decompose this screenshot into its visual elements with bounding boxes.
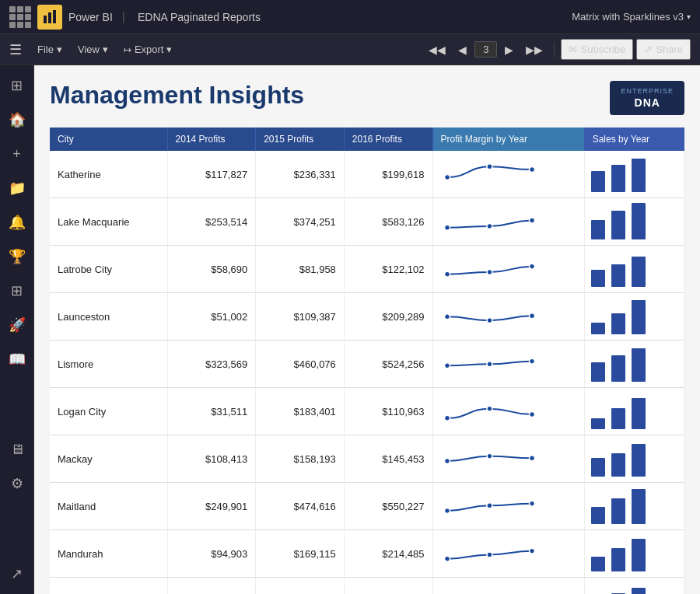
subscribe-button[interactable]: ✉ Subscribe (561, 39, 633, 60)
logo-top-text: ENTERPRISE (621, 87, 674, 95)
svg-rect-55 (611, 548, 625, 571)
share-button[interactable]: ↗ Share (636, 39, 691, 60)
matrix-title: Matrix with Sparklines v3 ▾ (572, 11, 691, 23)
svg-rect-38 (632, 398, 646, 429)
second-bar: ☰ File ▾ View ▾ ↦ Export ▾ ◀◀ ◀ 3 ▶ ▶▶ ✉… (0, 34, 700, 65)
last-page-button[interactable]: ▶▶ (521, 42, 548, 58)
profit-2015-cell: $183,401 (256, 388, 345, 435)
city-cell: Katherine (50, 151, 167, 198)
share-icon: ↗ (644, 44, 653, 55)
file-label: File (37, 44, 54, 55)
profit-2014-cell: $31,511 (167, 388, 256, 435)
bar-chart-svg (585, 435, 659, 480)
table-row: Mandurah$94,903$169,115$214,485 (50, 530, 684, 578)
profit-2016-cell: $145,453 (344, 435, 432, 483)
sidebar-icon-add[interactable]: + (3, 140, 31, 168)
bar-chart-svg (585, 293, 659, 337)
svg-rect-7 (611, 165, 625, 192)
grid-icon[interactable] (9, 6, 31, 28)
city-cell: Maitland (50, 483, 167, 530)
sidebar-icon-home[interactable]: 🏠 (3, 106, 31, 134)
sparkline-svg (433, 483, 546, 527)
sparkline-svg (433, 341, 546, 385)
sidebar-icon-book[interactable]: 📖 (3, 345, 31, 373)
table-header-row: City 2014 Profits 2015 Profits 2016 Prof… (50, 128, 684, 151)
svg-rect-50 (632, 489, 646, 524)
sparkline-svg (433, 246, 546, 290)
sparkline-cell (432, 388, 584, 435)
profit-2015-cell: $194,048 (256, 578, 345, 595)
first-page-button[interactable]: ◀◀ (424, 42, 450, 58)
hamburger-icon[interactable]: ☰ (9, 41, 22, 58)
file-button[interactable]: File ▾ (31, 40, 68, 58)
app-title: EDNA Paginated Reports (138, 11, 261, 23)
table-row: Maitland$249,901$474,616$550,227 (50, 483, 684, 530)
svg-point-51 (444, 556, 450, 561)
sparkline-cell (432, 293, 584, 341)
svg-rect-6 (591, 171, 605, 192)
svg-rect-20 (632, 257, 646, 287)
brand-label: Power BI (68, 11, 113, 23)
profit-2015-cell: $158,193 (256, 435, 345, 483)
svg-rect-12 (591, 220, 605, 239)
sidebar-icon-trophy[interactable]: 🏆 (3, 243, 31, 271)
sidebar-icon-rocket[interactable]: 🚀 (3, 311, 31, 339)
bar-chart-svg (585, 341, 659, 385)
svg-point-29 (529, 358, 534, 364)
sidebar-icon-apps[interactable]: ⊞ (3, 277, 31, 305)
svg-point-35 (529, 412, 534, 418)
sparkline-cell (432, 151, 584, 198)
svg-rect-26 (632, 300, 646, 334)
prev-page-button[interactable]: ◀ (453, 42, 471, 58)
bar-cell (584, 435, 684, 483)
profit-2016-cell: $108,591 (344, 578, 432, 595)
powerbi-logo (37, 5, 62, 30)
bar-chart-svg (585, 483, 659, 527)
svg-point-33 (444, 415, 450, 421)
separator (554, 42, 555, 58)
view-label: View (78, 44, 100, 55)
profit-2015-cell: $169,115 (256, 530, 345, 578)
bar-cell (584, 388, 684, 435)
svg-rect-8 (632, 159, 646, 192)
svg-rect-19 (611, 264, 625, 287)
profit-2014-cell: $75,970 (167, 578, 256, 595)
svg-point-39 (444, 458, 450, 463)
sidebar-icon-bell[interactable]: 🔔 (3, 208, 31, 236)
svg-point-3 (444, 175, 450, 180)
bar-cell (584, 578, 684, 595)
svg-point-5 (529, 167, 534, 173)
svg-point-9 (444, 225, 450, 230)
main-layout: ⊞ 🏠 + 📁 🔔 🏆 ⊞ 🚀 📖 🖥 ⚙ ↗ Management Insig… (0, 65, 700, 594)
sidebar-icon-grid[interactable]: ⊞ (3, 72, 31, 100)
svg-rect-1 (48, 12, 51, 23)
svg-rect-43 (611, 453, 625, 477)
sidebar-icon-monitor[interactable]: 🖥 (3, 435, 31, 463)
svg-rect-62 (632, 588, 646, 594)
page-number[interactable]: 3 (474, 41, 497, 58)
profit-2016-cell: $122,102 (344, 246, 432, 293)
sparkline-cell (432, 578, 584, 595)
profit-2014-cell: $323,569 (167, 341, 256, 388)
svg-point-16 (487, 270, 492, 275)
sidebar-icon-settings[interactable]: ⚙ (3, 470, 31, 498)
enterprise-dna-logo: ENTERPRISE DNA (610, 81, 684, 115)
svg-point-45 (444, 508, 450, 513)
profit-2015-cell: $474,616 (256, 483, 345, 530)
svg-rect-0 (44, 16, 47, 23)
svg-point-53 (529, 548, 534, 554)
export-button[interactable]: ↦ Export ▾ (117, 40, 179, 58)
profit-2016-cell: $583,126 (344, 198, 432, 246)
bar-chart-svg (585, 578, 659, 594)
sparkline-svg (433, 198, 546, 243)
sparkline-cell (432, 246, 584, 293)
next-page-button[interactable]: ▶ (500, 42, 518, 58)
svg-rect-32 (632, 348, 646, 382)
svg-point-47 (529, 501, 534, 506)
sidebar-icon-arrow[interactable]: ↗ (3, 560, 31, 588)
chevron-down-icon[interactable]: ▾ (687, 12, 691, 21)
sparkline-cell (432, 435, 584, 483)
view-button[interactable]: View ▾ (72, 40, 114, 58)
bar-chart-svg (585, 388, 659, 432)
sidebar-icon-folder[interactable]: 📁 (3, 174, 31, 202)
